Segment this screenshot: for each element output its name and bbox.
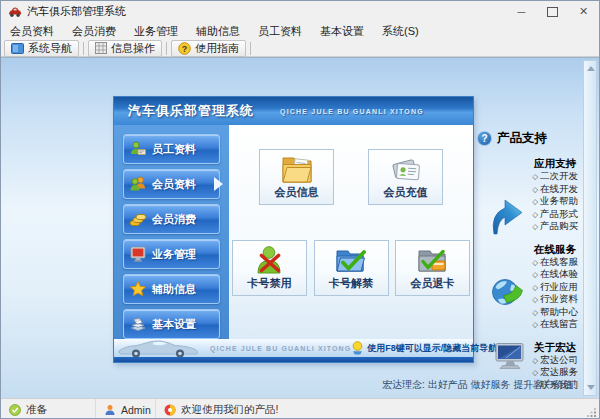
action-label: 会员信息: [275, 185, 319, 200]
menu-employee-data[interactable]: 员工资料: [250, 23, 310, 40]
close-icon: ✕: [579, 5, 588, 18]
diamond-bullet-icon: ◇: [532, 283, 538, 292]
menu-auxiliary-info[interactable]: 辅助信息: [188, 23, 248, 40]
window-title: 汽车俱乐部管理系统: [27, 4, 126, 19]
window-controls: ─ ✕: [506, 1, 599, 22]
action-member-info[interactable]: 会员信息: [259, 149, 334, 205]
panel-main-area: 会员信息: [229, 125, 473, 339]
content-area: 汽车俱乐部管理系统 QICHE JULE BU GUANLI XITONG 员工…: [1, 57, 599, 398]
action-member-card-return[interactable]: 会员退卡: [395, 240, 470, 296]
diamond-bullet-icon: ◇: [532, 270, 538, 279]
sidebar-item-label: 业务管理: [152, 247, 196, 262]
support-link[interactable]: ◇二次开发: [465, 170, 581, 183]
vertical-scrollbar[interactable]: [583, 60, 597, 396]
action-label: 卡号禁用: [248, 276, 292, 291]
status-welcome-section: 欢迎使用我们的产品!: [156, 399, 599, 419]
ready-icon: [9, 404, 21, 416]
maximize-icon: [547, 7, 558, 17]
support-link[interactable]: ◇在线留言: [465, 318, 581, 331]
resize-grip[interactable]: [587, 408, 597, 418]
person-block-icon: [252, 244, 288, 276]
action-label: 卡号解禁: [329, 276, 373, 291]
diamond-bullet-icon: ◇: [532, 197, 538, 206]
action-label: 会员退卡: [411, 276, 455, 291]
menu-basic-settings[interactable]: 基本设置: [312, 23, 372, 40]
sidebar-item-member-consumption[interactable]: 会员消费: [123, 204, 220, 234]
support-heading-application: 应用支持: [465, 157, 581, 170]
sidebar-item-business-management[interactable]: 业务管理: [123, 239, 220, 269]
support-title-text: 产品支持: [497, 130, 547, 147]
question-icon: ?: [477, 131, 492, 146]
toolbar-label: 系统导航: [28, 41, 72, 56]
scroll-up-icon[interactable]: [587, 66, 595, 71]
toolbar-info-operation[interactable]: 信息操作: [88, 40, 162, 57]
action-card-unban[interactable]: 卡号解禁: [314, 240, 389, 296]
panel-title: 汽车俱乐部管理系统: [128, 102, 254, 120]
nav-panel-icon: [11, 43, 24, 54]
toolbar-separator: [83, 42, 84, 55]
menu-member-data[interactable]: 会员资料: [2, 23, 62, 40]
close-button[interactable]: ✕: [568, 1, 599, 22]
folder-check-icon: [333, 244, 369, 276]
scroll-down-icon[interactable]: [587, 385, 595, 390]
support-link-label: 帮助中心: [540, 306, 578, 317]
sidebar-item-auxiliary-info[interactable]: 辅助信息: [123, 274, 220, 304]
support-link-label: 宏达服务: [540, 366, 578, 377]
menu-member-consumption[interactable]: 会员消费: [64, 23, 124, 40]
diamond-bullet-icon: ◇: [532, 172, 538, 181]
minimize-icon: ─: [518, 6, 526, 18]
support-link-label: 产品购买: [540, 220, 578, 231]
status-user-section: Admin: [96, 399, 156, 419]
maximize-button[interactable]: [537, 1, 568, 22]
action-member-recharge[interactable]: 会员充值: [368, 149, 443, 205]
toolbar: 系统导航 信息操作 ? 使用指南: [1, 40, 599, 57]
panel-sidebar: 员工资料 会员资料: [114, 125, 229, 339]
diamond-bullet-icon: ◇: [532, 320, 538, 329]
sidebar-item-basic-settings[interactable]: 基本设置: [123, 309, 220, 339]
toolbar-label: 信息操作: [111, 41, 155, 56]
toolbar-user-guide[interactable]: ? 使用指南: [171, 40, 246, 57]
toolbar-label: 使用指南: [195, 41, 239, 56]
members-icon: [129, 175, 147, 193]
monitor-icon: [129, 245, 147, 263]
sidebar-item-member-data[interactable]: 会员资料: [123, 169, 220, 199]
statusbar: 准备 Admin 欢迎使用我们的产品!: [1, 398, 599, 419]
sidebar-item-employee-data[interactable]: 员工资料: [123, 134, 220, 164]
sports-car-graphic: [117, 339, 201, 358]
titlebar: 汽车俱乐部管理系统 ─ ✕: [1, 1, 599, 22]
minimize-button[interactable]: ─: [506, 1, 537, 22]
diamond-bullet-icon: ◇: [532, 368, 538, 377]
folder-return-icon: [415, 244, 451, 276]
help-icon: ?: [178, 42, 191, 55]
computer-icon: [495, 342, 527, 372]
app-window: 汽车俱乐部管理系统 ─ ✕ 会员资料 会员消费 业务管理 辅助信息 员工资料 基…: [0, 0, 600, 419]
menubar: 会员资料 会员消费 业务管理 辅助信息 员工资料 基本设置 系统(S): [1, 22, 599, 40]
panel-subtitle: QICHE JULE BU GUANLI XITONG: [280, 108, 424, 115]
welcome-icon: [164, 404, 176, 416]
support-link-label: 在线留言: [540, 318, 578, 329]
menu-system[interactable]: 系统(S): [374, 23, 427, 40]
coins-icon: [129, 210, 147, 228]
star-icon: [129, 280, 147, 298]
support-link[interactable]: ◇在线客服: [465, 256, 581, 269]
navigation-panel: 汽车俱乐部管理系统 QICHE JULE BU GUANLI XITONG 员工…: [113, 96, 474, 363]
support-link-label: 产品形式: [540, 208, 578, 219]
sidebar-item-label: 辅助信息: [152, 282, 196, 297]
svg-text:?: ?: [182, 43, 188, 53]
toolbar-system-navigation[interactable]: 系统导航: [4, 40, 79, 57]
panel-bottom-strip: [114, 357, 473, 362]
employee-icon: [129, 140, 147, 158]
support-link-label: 宏达公司: [540, 354, 578, 365]
sidebar-item-label: 会员消费: [152, 212, 196, 227]
diamond-bullet-icon: ◇: [532, 185, 538, 194]
action-card-disable[interactable]: 卡号禁用: [232, 240, 307, 296]
support-link-label: 在线开发: [540, 183, 578, 194]
status-ready-text: 准备: [26, 403, 47, 417]
action-label: 会员充值: [384, 185, 428, 200]
diamond-bullet-icon: ◇: [532, 295, 538, 304]
menu-business-management[interactable]: 业务管理: [126, 23, 186, 40]
books-icon: [129, 315, 147, 333]
sidebar-item-label: 基本设置: [152, 317, 196, 332]
grid-icon: [95, 42, 107, 54]
panel-footer: QICHE JULE BU GUANLI XITONG 使用F8键可以显示/隐藏…: [114, 339, 473, 357]
